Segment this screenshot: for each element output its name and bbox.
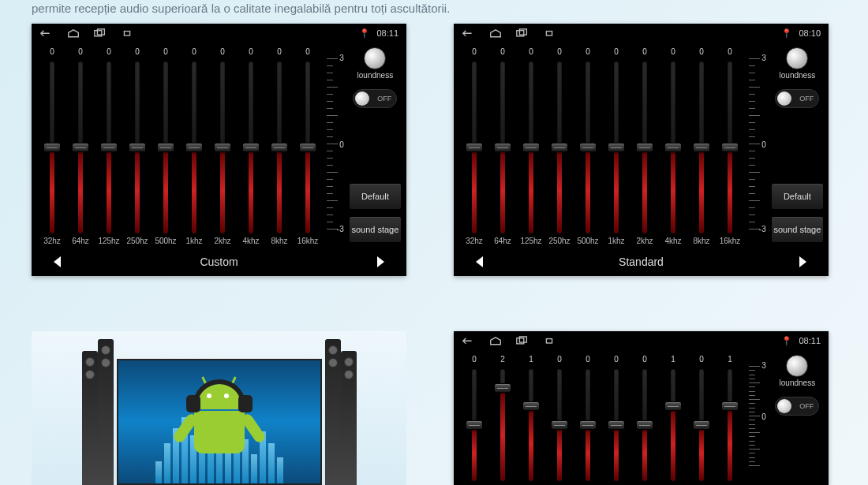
eq-band: 0125hz <box>95 47 123 248</box>
clock: 08:10 <box>799 28 821 38</box>
eq-slider[interactable] <box>642 369 647 481</box>
loudness-label: loundness <box>771 71 824 80</box>
band-freq-label: 1khz <box>608 237 624 248</box>
svg-rect-1 <box>97 29 104 35</box>
band-value: 0 <box>163 47 168 58</box>
eq-band: 0125hz <box>517 47 545 248</box>
loudness-knob[interactable] <box>786 47 808 69</box>
band-value: 0 <box>472 355 477 366</box>
side-controls: loundness OFF Default sound stage <box>768 43 829 248</box>
band-value: 0 <box>728 47 732 58</box>
eq-slider[interactable] <box>305 62 310 233</box>
recent-apps-icon[interactable] <box>515 335 529 346</box>
eq-slider[interactable] <box>107 62 111 233</box>
band-value: 0 <box>277 47 282 58</box>
eq-slider[interactable] <box>500 62 505 233</box>
promo-screen <box>117 359 322 485</box>
sound-stage-button[interactable]: sound stage <box>771 216 824 243</box>
loudness-toggle[interactable]: OFF <box>775 89 819 108</box>
recent-apps-icon[interactable] <box>515 28 529 39</box>
loudness-label: loundness <box>771 379 824 387</box>
band-value: 0 <box>78 47 83 58</box>
eq-slider[interactable] <box>557 369 562 481</box>
eq-slider[interactable] <box>586 369 590 481</box>
home-icon[interactable] <box>66 28 80 39</box>
band-value: 0 <box>472 47 477 58</box>
band-value: 0 <box>50 47 54 58</box>
eq-slider[interactable] <box>699 62 704 233</box>
eq-slider[interactable] <box>529 369 533 481</box>
band-value: 0 <box>699 47 704 58</box>
back-icon[interactable] <box>462 28 476 39</box>
loudness-toggle[interactable]: OFF <box>353 89 397 108</box>
band-freq-label: 8khz <box>693 237 709 248</box>
svg-rect-3 <box>517 30 524 35</box>
eq-slider[interactable] <box>529 62 533 233</box>
back-icon[interactable] <box>462 335 476 346</box>
eq-slider[interactable] <box>277 62 282 233</box>
recent-apps-icon[interactable] <box>93 28 107 39</box>
band-value: 1 <box>671 355 675 366</box>
default-button[interactable]: Default <box>349 183 402 210</box>
eq-band: 04khz <box>237 47 265 248</box>
band-freq-label: 2khz <box>214 237 230 248</box>
eq-slider[interactable] <box>614 369 619 481</box>
eq-slider[interactable] <box>728 62 732 233</box>
eq-slider[interactable] <box>728 369 732 481</box>
svg-rect-5 <box>546 31 552 35</box>
eq-slider[interactable] <box>135 62 140 233</box>
eq-slider[interactable] <box>614 62 619 233</box>
band-value: 0 <box>614 47 619 58</box>
eq-band: 01khz <box>602 47 630 248</box>
sound-stage-button[interactable]: sound stage <box>349 216 402 243</box>
band-freq-label: 1khz <box>185 237 202 248</box>
svg-rect-0 <box>95 30 102 35</box>
back-icon[interactable] <box>39 28 54 39</box>
svg-rect-7 <box>519 337 526 342</box>
prev-preset-button[interactable] <box>470 252 490 272</box>
eq-slider[interactable] <box>557 62 562 233</box>
eq-slider[interactable] <box>671 369 675 481</box>
eq-slider[interactable] <box>192 62 196 233</box>
eq-slider[interactable] <box>78 62 83 233</box>
toggle-text: OFF <box>377 95 391 103</box>
eq-band: 0 <box>602 355 630 484</box>
eq-slider[interactable] <box>642 62 647 233</box>
loudness-toggle[interactable]: OFF <box>775 397 819 416</box>
home-icon[interactable] <box>488 28 503 39</box>
band-value: 0 <box>671 47 675 58</box>
loudness-knob[interactable] <box>364 47 386 69</box>
eq-band: 08khz <box>265 47 294 248</box>
default-button[interactable]: Default <box>771 183 824 210</box>
eq-slider[interactable] <box>671 62 675 233</box>
eq-slider[interactable] <box>586 62 590 233</box>
eq-band: 064hz <box>488 47 517 248</box>
eq-band: 032hz <box>460 47 488 248</box>
home-icon[interactable] <box>488 335 503 346</box>
svg-rect-2 <box>124 31 129 35</box>
side-controls: loundness OFF <box>768 350 829 484</box>
preset-bar: Standard <box>454 248 829 276</box>
eq-band: 016khz <box>294 47 322 248</box>
loudness-knob[interactable] <box>786 355 808 377</box>
eq-slider[interactable] <box>699 369 704 481</box>
eq-band: 0 <box>687 355 716 484</box>
eq-slider[interactable] <box>50 62 54 233</box>
next-preset-button[interactable] <box>370 252 391 272</box>
prev-preset-button[interactable] <box>47 252 68 272</box>
eq-slider[interactable] <box>249 62 253 233</box>
eq-slider[interactable] <box>500 369 505 481</box>
eq-slider[interactable] <box>472 369 477 481</box>
eq-slider[interactable] <box>220 62 225 233</box>
eq-panel-custom: 📍 08:11 032hz064hz0125hz0250hz0500hz01kh… <box>32 24 406 276</box>
status-bar: 📍 08:11 <box>454 331 829 350</box>
eq-band: 04khz <box>659 47 687 248</box>
band-freq-label: 500hz <box>577 237 598 248</box>
band-freq-label: 500hz <box>155 237 176 248</box>
band-value: 0 <box>557 47 562 58</box>
scale-ticks <box>749 366 760 465</box>
eq-slider[interactable] <box>163 62 168 233</box>
next-preset-button[interactable] <box>792 252 813 272</box>
eq-band: 032hz <box>38 47 66 248</box>
eq-slider[interactable] <box>472 62 477 233</box>
